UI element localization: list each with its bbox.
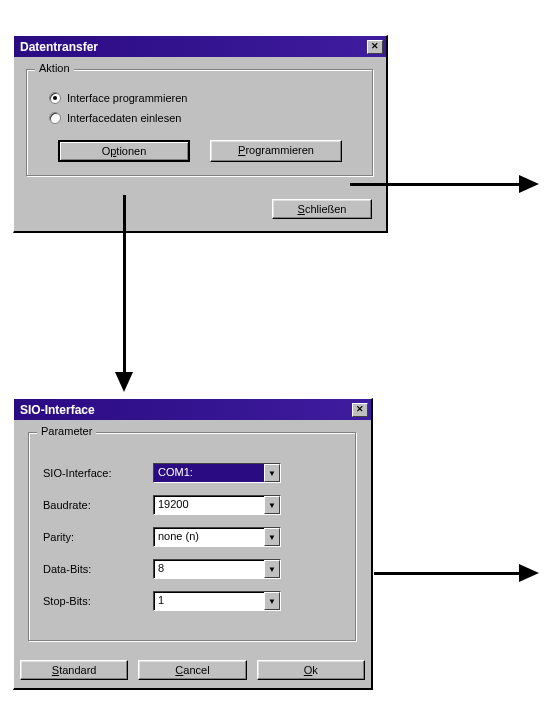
close-icon[interactable]: ✕ xyxy=(352,403,368,417)
groupbox-legend: Aktion xyxy=(35,62,74,74)
datentransfer-dialog: Datentransfer ✕ Aktion Interface program… xyxy=(13,35,388,233)
cancel-button[interactable]: Cancel xyxy=(138,660,246,680)
combo-value: COM1: xyxy=(154,464,264,482)
param-row-stopbits: Stop-Bits: 1 ▼ xyxy=(43,591,342,611)
dialog-body: Aktion Interface programmieren Interface… xyxy=(14,57,386,231)
chevron-down-icon[interactable]: ▼ xyxy=(264,464,280,482)
arrow-line xyxy=(350,183,521,186)
label-parity: Parity: xyxy=(43,531,153,543)
arrow-line xyxy=(374,572,521,575)
arrow-right-icon xyxy=(519,564,539,582)
titlebar[interactable]: SIO-Interface ✕ xyxy=(14,399,371,420)
combo-databits[interactable]: 8 ▼ xyxy=(153,559,281,579)
title-text: Datentransfer xyxy=(20,40,367,54)
radio-label: Interfacedaten einlesen xyxy=(67,112,181,124)
radio-interfacedaten-einlesen[interactable]: Interfacedaten einlesen xyxy=(49,112,359,124)
combo-baudrate[interactable]: 19200 ▼ xyxy=(153,495,281,515)
label-stopbits: Stop-Bits: xyxy=(43,595,153,607)
close-row: Schließen xyxy=(26,199,374,219)
combo-parity[interactable]: none (n) ▼ xyxy=(153,527,281,547)
label-databits: Data-Bits: xyxy=(43,563,153,575)
radio-icon[interactable] xyxy=(49,112,61,124)
combo-stopbits[interactable]: 1 ▼ xyxy=(153,591,281,611)
standard-button[interactable]: Standard xyxy=(20,660,128,680)
combo-value: 1 xyxy=(154,592,264,610)
chevron-down-icon[interactable]: ▼ xyxy=(264,560,280,578)
sio-interface-dialog: SIO-Interface ✕ Parameter SIO-Interface:… xyxy=(13,398,373,690)
button-row: Optionen Programmieren xyxy=(41,140,359,162)
ok-button[interactable]: Ok xyxy=(257,660,365,680)
chevron-down-icon[interactable]: ▼ xyxy=(264,592,280,610)
label-baudrate: Baudrate: xyxy=(43,499,153,511)
radio-icon[interactable] xyxy=(49,92,61,104)
radio-interface-programmieren[interactable]: Interface programmieren xyxy=(49,92,359,104)
optionen-button[interactable]: Optionen xyxy=(58,140,190,162)
label-sio-interface: SIO-Interface: xyxy=(43,467,153,479)
close-icon[interactable]: ✕ xyxy=(367,40,383,54)
param-row-sio: SIO-Interface: COM1: ▼ xyxy=(43,463,342,483)
titlebar[interactable]: Datentransfer ✕ xyxy=(14,36,386,57)
combo-value: 8 xyxy=(154,560,264,578)
schliessen-button[interactable]: Schließen xyxy=(272,199,372,219)
chevron-down-icon[interactable]: ▼ xyxy=(264,496,280,514)
arrow-line xyxy=(123,195,126,374)
combo-sio-interface[interactable]: COM1: ▼ xyxy=(153,463,281,483)
sio-button-row: Standard Cancel Ok xyxy=(14,656,371,688)
param-row-parity: Parity: none (n) ▼ xyxy=(43,527,342,547)
dialog-body: Parameter SIO-Interface: COM1: ▼ Baudrat… xyxy=(14,420,371,656)
combo-value: 19200 xyxy=(154,496,264,514)
arrow-down-icon xyxy=(115,372,133,392)
param-row-baudrate: Baudrate: 19200 ▼ xyxy=(43,495,342,515)
radio-label: Interface programmieren xyxy=(67,92,187,104)
programmieren-button[interactable]: Programmieren xyxy=(210,140,342,162)
combo-value: none (n) xyxy=(154,528,264,546)
title-text: SIO-Interface xyxy=(20,403,352,417)
param-row-databits: Data-Bits: 8 ▼ xyxy=(43,559,342,579)
aktion-groupbox: Aktion Interface programmieren Interface… xyxy=(26,69,374,177)
parameter-groupbox: Parameter SIO-Interface: COM1: ▼ Baudrat… xyxy=(28,432,357,642)
chevron-down-icon[interactable]: ▼ xyxy=(264,528,280,546)
groupbox-legend: Parameter xyxy=(37,425,96,437)
arrow-right-icon xyxy=(519,175,539,193)
